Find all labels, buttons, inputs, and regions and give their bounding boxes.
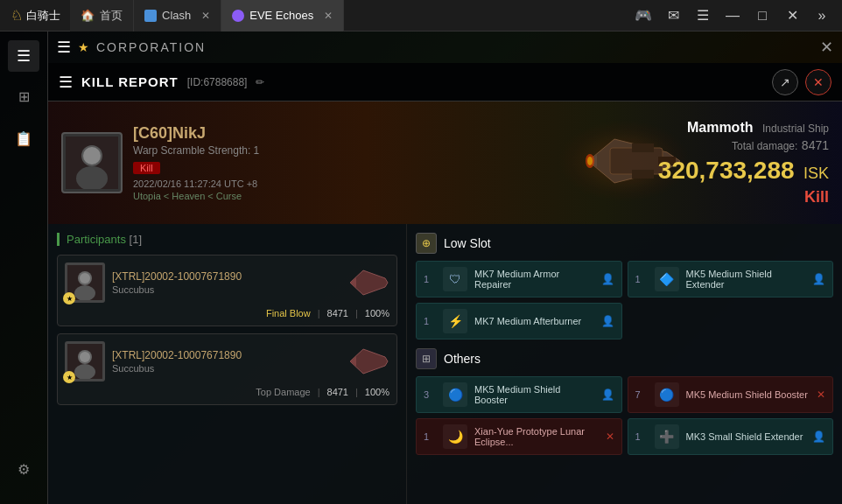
content-area: Participants [1] ★: [48, 224, 842, 504]
low-slot-header: ⊕ Low Slot: [416, 233, 833, 254]
ship-icon-img-1: [346, 265, 389, 300]
sidebar: ☰ ⊞ 📋 ⚙: [0, 32, 48, 504]
item-name-2: MK7 Medium Afterburner: [474, 316, 594, 326]
others-icon: ⊞: [416, 348, 437, 369]
maximize-btn[interactable]: □: [749, 3, 775, 29]
tab-eve-close[interactable]: ✕: [324, 10, 333, 22]
tab-eve[interactable]: EVE Echoes ✕: [221, 0, 344, 32]
more-btn[interactable]: »: [809, 3, 835, 29]
app-logo: ♘ 白骑士: [0, 7, 70, 24]
low-slot-item-2[interactable]: 1 ⚡ MK7 Medium Afterburner 👤: [416, 303, 622, 340]
menu-icon[interactable]: ☰: [690, 3, 716, 29]
stat-label-2: Top Damage: [256, 387, 310, 397]
home-icon: 🏠: [81, 9, 95, 22]
participant-card-2[interactable]: ★ [XTRL]20002-10007671890 Succubus: [57, 333, 397, 405]
others-count-r2: 1: [635, 431, 648, 442]
mail-icon[interactable]: ✉: [660, 3, 686, 29]
damage-label: Total damage:: [732, 140, 797, 152]
participant-ship-1: Succubus: [112, 284, 242, 295]
tab-clash-close[interactable]: ✕: [201, 10, 210, 22]
others-icon-1: 🔵: [443, 382, 467, 407]
sidebar-item-3[interactable]: ⚙: [6, 452, 41, 486]
tab-home[interactable]: 🏠 首页: [70, 0, 134, 32]
panel-title: KILL REPORT: [81, 74, 179, 89]
others-title: Others: [444, 352, 481, 366]
taskbar: ♘ 白骑士 🏠 首页 Clash ✕ EVE Echoes ✕ 🎮 ✉ ☰ — …: [0, 0, 842, 32]
others-name-2: Xian-Yue Prototype Lunar Eclipse...: [474, 426, 599, 447]
item-count-r1: 1: [635, 274, 648, 284]
sidebar-menu-btn[interactable]: ☰: [8, 40, 39, 72]
low-slot-icon: ⊕: [416, 233, 437, 254]
sidebar-item-2[interactable]: 📋: [6, 121, 41, 156]
minimize-btn[interactable]: —: [719, 3, 746, 29]
panel-menu-icon[interactable]: ☰: [59, 73, 73, 92]
participant-top-2: ★ [XTRL]20002-10007671890 Succubus: [65, 341, 389, 382]
others-user-1: 👤: [601, 388, 614, 401]
participants-panel: Participants [1] ★: [48, 224, 407, 504]
participant-ship-icon-2: [346, 344, 389, 379]
participant-name-section-2: [XTRL]20002-10007671890 Succubus: [112, 349, 242, 374]
slots-panel: ⊕ Low Slot 1 🛡 MK7 Medium Armor Repairer…: [407, 224, 842, 504]
kill-report-panel: ☰ KILL REPORT [ID:6788688] ✏ ↗ ✕: [48, 63, 842, 504]
victim-corp: Warp Scramble Strength: 1: [133, 144, 259, 157]
damage-value: 8471: [802, 138, 829, 152]
destroy-icon-2: ✕: [606, 430, 614, 443]
corp-menu-icon[interactable]: ☰: [57, 38, 71, 57]
close-panel-btn[interactable]: ✕: [805, 69, 831, 95]
participant-ship-icon-1: [346, 265, 389, 300]
others-user-r2: 👤: [812, 430, 825, 443]
participant-name-2: [XTRL]20002-10007671890: [112, 349, 242, 361]
participant-stats-2: Top Damage | 8471 | 100%: [65, 387, 389, 397]
panel-edit-icon[interactable]: ✏: [256, 76, 264, 88]
others-count-2: 1: [424, 431, 436, 442]
stat-damage-2: 8471: [327, 387, 348, 397]
participants-count: [1]: [130, 233, 142, 246]
ship-name: Mammoth: [687, 120, 754, 135]
isk-label: ISK: [803, 164, 829, 182]
external-link-btn[interactable]: ↗: [772, 69, 798, 95]
others-count-1: 3: [424, 389, 436, 400]
others-item-1[interactable]: 3 🔵 MK5 Medium Shield Booster 👤: [416, 376, 622, 413]
others-item-r1[interactable]: 7 🔵 MK5 Medium Shield Booster ✕: [628, 376, 834, 413]
star-badge-1: ★: [63, 292, 75, 304]
participant-card-1[interactable]: ★ [XTRL]20002-10007671890 Succubus: [57, 255, 397, 326]
destroy-icon-r1: ✕: [817, 388, 825, 401]
svg-point-16: [80, 273, 90, 284]
close-btn[interactable]: ✕: [779, 3, 805, 29]
kill-label: Kill: [133, 162, 160, 174]
participant-name-section-1: [XTRL]20002-10007671890 Succubus: [112, 270, 242, 295]
svg-point-8: [587, 157, 593, 165]
others-icon-2: 🌙: [443, 424, 467, 449]
svg-point-22: [80, 352, 90, 362]
kill-verdict: Kill: [658, 188, 829, 206]
eve-icon: [232, 10, 244, 22]
victim-name: [C60]NikJ: [133, 124, 259, 143]
others-items: 3 🔵 MK5 Medium Shield Booster 👤 1 🌙 Xian…: [416, 376, 833, 455]
gamepad-icon[interactable]: 🎮: [630, 3, 656, 29]
item-user-icon-r1: 👤: [812, 273, 825, 285]
low-slot-item-1[interactable]: 1 🛡 MK7 Medium Armor Repairer 👤: [416, 261, 622, 298]
item-count-1: 1: [424, 274, 436, 284]
others-header: ⊞ Others: [416, 348, 833, 369]
others-item-2[interactable]: 1 🌙 Xian-Yue Prototype Lunar Eclipse... …: [416, 418, 622, 455]
item-icon-r1: 🔷: [655, 267, 679, 291]
panel-actions: ↗ ✕: [772, 69, 831, 95]
others-item-r2[interactable]: 1 ➕ MK3 Small Shield Extender 👤: [628, 418, 834, 455]
kill-banner: [C60]NikJ Warp Scramble Strength: 1 Kill…: [48, 102, 842, 224]
corp-star-icon: ★: [78, 40, 89, 54]
sidebar-item-1[interactable]: ⊞: [6, 79, 41, 114]
item-user-icon-1: 👤: [601, 273, 614, 285]
tab-clash[interactable]: Clash ✕: [134, 0, 221, 32]
others-name-r1: MK5 Medium Shield Booster: [686, 389, 810, 400]
item-icon-1: 🛡: [443, 267, 467, 291]
corp-close-btn[interactable]: ✕: [820, 38, 833, 57]
panel-header: ☰ KILL REPORT [ID:6788688] ✏ ↗ ✕: [48, 63, 842, 102]
svg-rect-3: [632, 144, 654, 152]
item-user-icon-2: 👤: [601, 315, 614, 327]
item-icon-2: ⚡: [443, 309, 467, 333]
low-slot-items: 1 🛡 MK7 Medium Armor Repairer 👤 1 ⚡ MK7 …: [416, 261, 833, 340]
low-slot-item-r1[interactable]: 1 🔷 MK5 Medium Shield Extender 👤: [628, 261, 834, 298]
others-count-r1: 7: [635, 389, 648, 400]
participants-title: Participants [1]: [57, 233, 397, 246]
stat-damage-1: 8471: [327, 308, 348, 318]
